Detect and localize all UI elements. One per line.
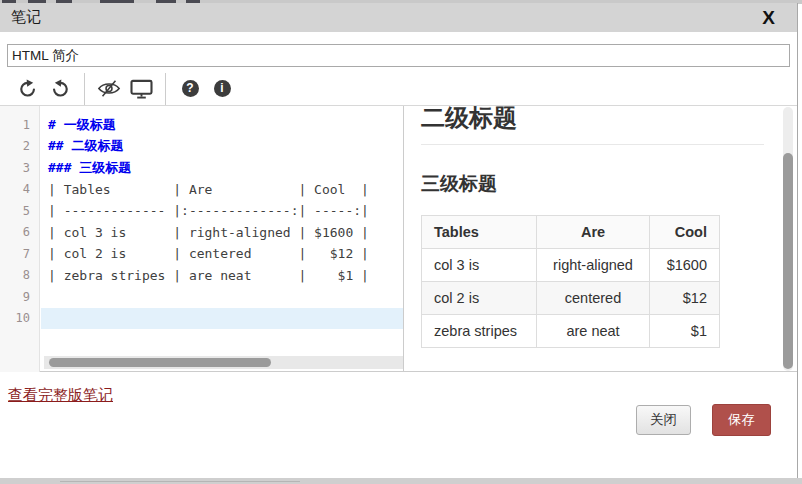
table-cell: col 3 is <box>422 249 537 282</box>
table-row: zebra stripes are neat $1 <box>422 315 720 348</box>
redo-button[interactable] <box>44 75 76 103</box>
table-row: col 3 is right-aligned $1600 <box>422 249 720 282</box>
help-icon: ? <box>182 80 199 97</box>
line-number: 6 <box>0 225 41 239</box>
preview-scrollbar-track[interactable] <box>783 107 793 371</box>
line-number: 5 <box>0 204 41 218</box>
line-number: 7 <box>0 247 41 261</box>
background-fragment <box>60 481 300 482</box>
dialog-titlebar: 笔记 X <box>0 3 797 32</box>
editor-line[interactable]: 1 # 一级标题 <box>0 114 403 136</box>
line-text: ### 三级标题 <box>41 159 131 177</box>
editor-line[interactable]: 8 | zebra stripes | are neat | $1 | <box>0 265 403 287</box>
info-icon: i <box>214 80 231 97</box>
preview-heading-2: 二级标题 <box>421 106 764 145</box>
table-header-cell: Are <box>537 216 650 249</box>
line-text: | col 3 is | right-aligned | $1600 | <box>41 225 369 240</box>
line-text: | ------------- |:-------------:| -----:… <box>41 203 369 218</box>
table-cell: $1600 <box>650 249 720 282</box>
table-cell: centered <box>537 282 650 315</box>
code-lines: 1 # 一级标题 2 ## 二级标题 3 ### 三级标题 4 | Tables… <box>0 106 403 329</box>
line-number: 2 <box>0 139 41 153</box>
background-page-bottom <box>0 478 802 484</box>
view-full-note-link[interactable]: 查看完整版笔记 <box>8 386 113 405</box>
line-number: 4 <box>0 182 41 196</box>
close-icon[interactable]: X <box>762 8 775 27</box>
table-row: col 2 is centered $12 <box>422 282 720 315</box>
monitor-icon <box>130 79 153 99</box>
undo-icon <box>18 79 38 99</box>
line-number: 10 <box>0 311 41 325</box>
markdown-code-editor[interactable]: 1 # 一级标题 2 ## 二级标题 3 ### 三级标题 4 | Tables… <box>0 106 404 372</box>
horizontal-scrollbar-track[interactable] <box>44 356 403 369</box>
line-number: 8 <box>0 268 41 282</box>
note-title-input[interactable] <box>7 44 790 67</box>
undo-button[interactable] <box>12 75 44 103</box>
editor-line[interactable]: 4 | Tables | Are | Cool | <box>0 179 403 201</box>
editor-line[interactable]: 3 ### 三级标题 <box>0 157 403 179</box>
line-text: | col 2 is | centered | $12 | <box>41 246 369 261</box>
table-cell: col 2 is <box>422 282 537 315</box>
line-text: | zebra stripes | are neat | $1 | <box>41 268 369 283</box>
table-header-cell: Cool <box>650 216 720 249</box>
toolbar-separator <box>165 73 166 105</box>
preview-table: Tables Are Cool col 3 is right-aligned $… <box>421 215 720 348</box>
table-cell: $12 <box>650 282 720 315</box>
dialog-footer-buttons: 关闭 保存 <box>636 404 771 436</box>
line-number: 3 <box>0 161 41 175</box>
line-text: ## 二级标题 <box>41 137 123 155</box>
table-cell: zebra stripes <box>422 315 537 348</box>
horizontal-scrollbar-thumb[interactable] <box>49 358 271 367</box>
close-button[interactable]: 关闭 <box>636 405 691 435</box>
editor-toolbar: ? i <box>0 72 797 106</box>
table-cell: right-aligned <box>537 249 650 282</box>
editor-line[interactable]: 9 <box>0 286 403 308</box>
editor-line[interactable]: 7 | col 2 is | centered | $12 | <box>0 243 403 265</box>
toolbar-separator <box>84 73 85 105</box>
save-button[interactable]: 保存 <box>712 404 771 436</box>
preview-heading-3: 三级标题 <box>421 171 780 197</box>
line-text: | Tables | Are | Cool | <box>41 182 369 197</box>
eye-slash-icon <box>97 79 121 98</box>
dialog-border <box>797 3 798 478</box>
table-cell: are neat <box>537 315 650 348</box>
info-button[interactable]: i <box>206 75 238 103</box>
editor-line-active[interactable]: 10 <box>0 308 403 330</box>
editor-line[interactable]: 2 ## 二级标题 <box>0 136 403 158</box>
editor-workarea: 1 # 一级标题 2 ## 二级标题 3 ### 三级标题 4 | Tables… <box>0 106 797 372</box>
table-header-row: Tables Are Cool <box>422 216 720 249</box>
table-cell: $1 <box>650 315 720 348</box>
table-header-cell: Tables <box>422 216 537 249</box>
display-mode-button[interactable] <box>125 75 157 103</box>
help-button[interactable]: ? <box>174 75 206 103</box>
line-text: # 一级标题 <box>41 116 116 134</box>
editor-line[interactable]: 6 | col 3 is | right-aligned | $1600 | <box>0 222 403 244</box>
dialog-title: 笔记 <box>11 8 41 27</box>
redo-icon <box>50 79 70 99</box>
line-number: 9 <box>0 290 41 304</box>
note-editor-dialog: 笔记 X <box>0 0 802 484</box>
markdown-preview-pane: 二级标题 三级标题 Tables Are Cool col 3 is right… <box>405 106 780 371</box>
hide-preview-button[interactable] <box>93 75 125 103</box>
preview-scrollbar-thumb[interactable] <box>783 153 793 369</box>
line-number: 1 <box>0 118 41 132</box>
editor-line[interactable]: 5 | ------------- |:-------------:| ----… <box>0 200 403 222</box>
